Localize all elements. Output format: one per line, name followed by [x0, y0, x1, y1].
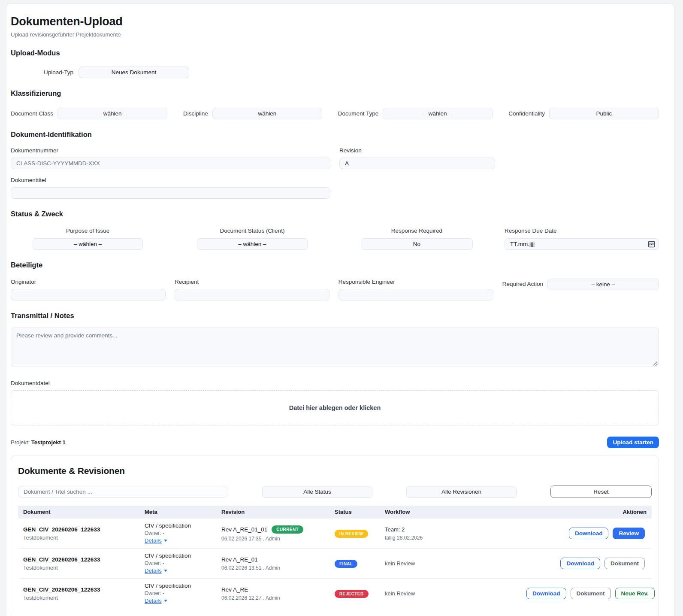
upload-starten-button[interactable]: Upload starten: [607, 437, 659, 448]
revision-info: 06.02.2026 13:51 . Admin: [221, 565, 324, 571]
purpose-of-issue-label: Purpose of Issue: [33, 228, 143, 234]
project-label: Projekt:: [11, 439, 30, 446]
download-button[interactable]: Download: [526, 588, 566, 599]
meta-class: CIV / specification: [145, 552, 211, 559]
table-row: GEN_CIV_20260206_122633 Testdokument CIV…: [18, 548, 652, 578]
dokument-button[interactable]: Dokument: [571, 588, 611, 599]
project-name: Testprojekt 1: [31, 439, 66, 446]
responsible-engineer-label: Responsible Engineer: [338, 279, 493, 285]
section-klassifizierung: Klassifizierung: [11, 89, 659, 97]
discipline-label: Discipline: [183, 110, 208, 117]
reset-filters-button[interactable]: Reset: [550, 486, 652, 498]
table-row: GEN_CIV_20260206_122633 Testdokument CIV…: [18, 518, 652, 548]
revision-name: Rev A_RE_01: [221, 556, 258, 563]
documents-table: Dokument Meta Revision Status Workflow A…: [18, 506, 652, 608]
response-due-date-input[interactable]: [505, 238, 659, 250]
workflow-team: Team: 2: [385, 526, 516, 533]
upload-typ-select[interactable]: Neues Dokument: [79, 67, 189, 78]
document-type-label: Document Type: [338, 110, 378, 117]
purpose-of-issue-select[interactable]: – wählen –: [33, 238, 143, 250]
download-button[interactable]: Download: [560, 558, 600, 569]
document-status-label: Document Status (Client): [197, 228, 307, 234]
response-due-date-label: Response Due Date: [505, 228, 659, 234]
status-filter-select[interactable]: Alle Status: [262, 486, 372, 498]
table-row: GEN_CIV_20260206_122633 Testdokument CIV…: [18, 578, 652, 608]
transmittal-notes-textarea[interactable]: [11, 328, 659, 367]
dokumentnummer-input[interactable]: [11, 158, 330, 169]
section-status-zweck: Status & Zweck: [11, 210, 659, 218]
revision-name: Rev A_RE_01_01: [221, 526, 267, 533]
file-dropzone[interactable]: Datei hier ablegen oder klicken: [11, 390, 659, 425]
revision-input[interactable]: [339, 158, 495, 169]
meta-class: CIV / specification: [145, 522, 211, 529]
document-id: GEN_CIV_20260206_122633: [23, 526, 134, 533]
revision-filter-select[interactable]: Alle Revisionen: [406, 486, 517, 498]
document-class-select[interactable]: – wählen –: [57, 108, 167, 119]
status-badge: FINAL: [335, 560, 357, 568]
calendar-icon[interactable]: [648, 240, 655, 248]
document-title: Testdokument: [23, 595, 134, 601]
response-required-label: Response Required: [361, 228, 473, 234]
recipient-input[interactable]: [175, 289, 329, 300]
col-meta: Meta: [139, 509, 216, 515]
document-title: Testdokument: [23, 534, 134, 541]
page-subtitle: Upload revisionsgeführter Projektdokumen…: [11, 31, 659, 38]
workflow-due: fällig 28.02.2026: [385, 535, 516, 541]
neue-rev-button[interactable]: Neue Rev.: [615, 588, 655, 599]
section-transmittal-notes: Transmittal / Notes: [11, 312, 659, 320]
revision-info: 06.02.2026 17:35 . Admin: [221, 536, 324, 542]
dropzone-text: Datei hier ablegen oder klicken: [289, 404, 381, 411]
details-link[interactable]: Details: [145, 598, 167, 604]
document-id: GEN_CIV_20260206_122633: [23, 586, 134, 593]
section-upload-modus: Upload-Modus: [11, 49, 659, 57]
responsible-engineer-input[interactable]: [338, 289, 493, 300]
details-link[interactable]: Details: [145, 567, 167, 574]
revision-label: Revision: [339, 147, 495, 154]
col-dokument: Dokument: [18, 509, 139, 515]
resize-handle-icon[interactable]: [653, 361, 657, 365]
caret-down-icon: [164, 540, 167, 542]
workflow-none: kein Review: [385, 560, 516, 567]
upload-form-card: Dokumenten-Upload Upload revisionsgeführ…: [6, 3, 674, 616]
recipient-label: Recipient: [175, 279, 329, 285]
table-header-row: Dokument Meta Revision Status Workflow A…: [18, 506, 652, 518]
page-title: Dokumenten-Upload: [11, 15, 659, 28]
originator-label: Originator: [11, 279, 166, 285]
dokumenttitel-label: Dokumenttitel: [11, 177, 659, 183]
documents-revisions-panel: Dokumente & Revisionen Alle Status Alle …: [11, 455, 659, 616]
documents-revisions-title: Dokumente & Revisionen: [18, 466, 652, 476]
meta-owner: Owner: -: [145, 560, 211, 566]
col-revision: Revision: [216, 509, 329, 515]
details-link[interactable]: Details: [145, 537, 167, 544]
status-badge: IN REVIEW: [335, 530, 368, 538]
meta-class: CIV / specification: [145, 583, 211, 589]
workflow-none: kein Review: [385, 590, 516, 597]
review-button[interactable]: Review: [613, 528, 645, 539]
download-button[interactable]: Download: [569, 528, 609, 539]
dokumenttitel-input[interactable]: [11, 187, 330, 199]
caret-down-icon: [164, 600, 167, 602]
document-class-label: Document Class: [11, 110, 53, 117]
status-badge: REJECTED: [335, 590, 369, 598]
document-status-select[interactable]: – wählen –: [197, 238, 307, 250]
revision-name: Rev A_RE: [221, 586, 248, 593]
document-title: Testdokument: [23, 564, 134, 571]
required-action-select[interactable]: – keine –: [547, 279, 659, 290]
confidentiality-select[interactable]: Public: [549, 108, 659, 119]
originator-input[interactable]: [11, 289, 166, 300]
document-id: GEN_CIV_20260206_122633: [23, 556, 134, 563]
dokument-button[interactable]: Dokument: [604, 558, 645, 569]
col-workflow: Workflow: [380, 509, 521, 515]
current-badge: CURRENT: [272, 525, 303, 534]
confidentiality-label: Confidentiality: [508, 110, 545, 117]
meta-owner: Owner: -: [145, 530, 211, 536]
project-line: Projekt: Testprojekt 1: [11, 439, 66, 446]
revision-info: 06.02.2026 12:27 . Admin: [221, 595, 324, 601]
discipline-select[interactable]: – wählen –: [212, 108, 322, 119]
document-search-input[interactable]: [18, 486, 228, 498]
caret-down-icon: [164, 570, 167, 572]
col-status: Status: [329, 509, 380, 515]
response-required-select[interactable]: No: [361, 238, 473, 250]
document-type-select[interactable]: – wählen –: [383, 108, 493, 119]
section-beteiligte: Beteiligte: [11, 261, 659, 269]
